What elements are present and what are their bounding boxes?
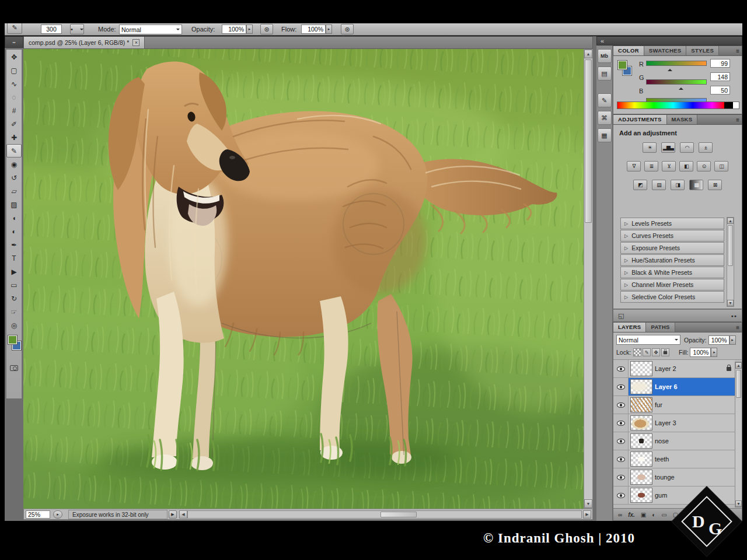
scroll-up-button[interactable]: ▲ <box>584 50 592 58</box>
brush-preset-picker[interactable]: • <box>70 24 84 34</box>
status-options-button[interactable]: ▸ <box>53 510 62 519</box>
color-balance-button[interactable]: ⊻ <box>662 161 676 172</box>
layer-row-layer6[interactable]: Layer 6 <box>613 378 735 396</box>
layer-row-tounge[interactable]: tounge <box>613 468 735 487</box>
opacity-slider-button[interactable]: ▸ <box>246 24 253 34</box>
layer-name[interactable]: Layer 2 <box>655 365 676 372</box>
layer-name[interactable]: tounge <box>655 474 675 481</box>
mini-bridge-button[interactable]: Mb <box>598 49 612 63</box>
preset-hue-saturation[interactable]: ▷Hue/Saturation Presets <box>620 254 724 266</box>
brush-tool[interactable]: ✎ <box>6 144 22 158</box>
histogram-button[interactable]: ▤ <box>598 66 612 80</box>
black-white-button[interactable]: ◧ <box>679 161 693 172</box>
preset-exposure[interactable]: ▷Exposure Presets <box>620 242 724 254</box>
scroll-down-button[interactable]: ▼ <box>584 499 592 508</box>
panel-menu-icon[interactable]: ≡ <box>736 48 739 54</box>
preset-levels[interactable]: ▷Levels Presets <box>620 218 724 229</box>
layer-name[interactable]: gum <box>655 492 667 499</box>
mode-select[interactable]: Normal <box>119 24 182 34</box>
quick-mask-button[interactable] <box>6 361 22 374</box>
zoom-tool[interactable]: ◎ <box>6 318 22 332</box>
tab-styles[interactable]: STYLES <box>686 46 719 55</box>
fg-color-swatch[interactable] <box>618 61 627 69</box>
layer-name[interactable]: Layer 3 <box>655 419 676 426</box>
rectangular-marquee-tool[interactable]: ▢ <box>6 64 22 77</box>
scroll-up-button[interactable]: ▲ <box>727 218 734 224</box>
threshold-button[interactable]: ◨ <box>671 180 685 190</box>
layer-fill-field[interactable]: 100% <box>690 348 711 357</box>
layer-name[interactable]: fur <box>655 401 662 408</box>
gradient-map-button[interactable]: ▩ <box>689 180 703 190</box>
channel-b-value[interactable]: 50 <box>710 86 730 94</box>
clip-to-layer-button[interactable]: ●● <box>731 314 737 318</box>
posterize-button[interactable]: ▤ <box>652 180 666 190</box>
lock-pixels-button[interactable]: ✎ <box>643 348 651 356</box>
status-popup-arrow[interactable]: ▶ <box>169 510 177 519</box>
channel-r-slider[interactable] <box>646 61 707 66</box>
layer-thumbnail[interactable] <box>630 470 652 485</box>
spot-healing-brush-tool[interactable]: ✚ <box>6 131 22 144</box>
photo-filter-button[interactable]: ⊙ <box>697 161 711 172</box>
flow-field[interactable]: 100% <box>301 24 326 34</box>
preset-selective-color[interactable]: ▷Selective Color Presets <box>620 291 724 303</box>
hand-tool[interactable]: ☞ <box>6 305 22 318</box>
opacity-field[interactable]: 100% <box>222 24 246 34</box>
tab-layers[interactable]: LAYERS <box>613 323 646 332</box>
layer-visibility-toggle[interactable] <box>613 432 629 450</box>
channel-g-slider[interactable] <box>646 79 707 85</box>
tab-color[interactable]: COLOR <box>613 46 644 55</box>
canvas-area[interactable] <box>23 49 584 509</box>
channel-g-value[interactable]: 148 <box>710 72 730 81</box>
scroll-down-button[interactable]: ▼ <box>727 300 734 306</box>
link-layers-button[interactable]: ∞ <box>618 512 622 518</box>
curves-button[interactable]: ◠ <box>680 142 694 153</box>
layer-name[interactable]: teeth <box>655 456 669 463</box>
layer-row-layer2[interactable]: Layer 2 <box>613 360 735 378</box>
airbrush-toggle[interactable]: ⊛ <box>260 24 273 34</box>
foreground-color-swatch[interactable] <box>8 335 17 344</box>
layer-visibility-toggle[interactable] <box>613 396 629 414</box>
preset-channel-mixer[interactable]: ▷Channel Mixer Presets <box>620 279 724 290</box>
selective-color-button[interactable]: ⊠ <box>708 180 722 190</box>
brush-size-field[interactable]: 300 <box>41 24 62 34</box>
scrollbar-thumb[interactable] <box>381 512 417 517</box>
lasso-tool[interactable]: ∿ <box>6 77 22 90</box>
hscroll-right-button[interactable]: ▶ <box>583 510 591 519</box>
blur-tool[interactable]: ◖ <box>6 211 22 225</box>
channel-r-value[interactable]: 99 <box>710 59 730 68</box>
panel-menu-icon[interactable]: ≡ <box>736 117 739 123</box>
dodge-tool[interactable]: ◐ <box>6 225 22 238</box>
invert-button[interactable]: ◩ <box>633 180 647 190</box>
move-tool[interactable]: ✥ <box>6 50 22 64</box>
opacity-spinner[interactable]: ▸ <box>729 335 736 345</box>
type-tool[interactable]: T <box>6 251 22 265</box>
layer-visibility-toggle[interactable] <box>613 414 629 432</box>
preset-curves[interactable]: ▷Curves Presets <box>620 230 724 242</box>
lock-transparency-button[interactable] <box>633 348 641 356</box>
lock-all-button[interactable] <box>661 348 669 356</box>
tool-preset-icon[interactable]: ✎ <box>7 23 22 34</box>
scrollbar-thumb[interactable] <box>728 225 733 266</box>
brightness-contrast-button[interactable]: ☀ <box>643 142 657 153</box>
tab-swatches[interactable]: SWATCHES <box>644 46 687 55</box>
layer-visibility-toggle[interactable] <box>613 360 629 377</box>
expanded-view-button[interactable]: ◱ <box>618 312 624 320</box>
doc-vertical-scrollbar[interactable]: ▲ ▼ <box>584 49 593 509</box>
channel-mixer-button[interactable]: ◫ <box>714 161 728 172</box>
brush-presets-button[interactable]: ✎ <box>598 93 612 107</box>
flow-slider-button[interactable]: ▸ <box>326 24 332 34</box>
zoom-field[interactable]: 25% <box>26 510 50 519</box>
vibrance-button[interactable]: ∇ <box>627 161 641 172</box>
layer-visibility-toggle[interactable] <box>613 450 629 468</box>
color-spectrum-ramp[interactable] <box>617 102 739 109</box>
tab-adjustments[interactable]: ADJUSTMENTS <box>613 115 667 124</box>
rotate-view-tool[interactable]: ↻ <box>6 292 22 305</box>
slider-thumb[interactable] <box>679 85 683 90</box>
layer-thumbnail[interactable] <box>630 397 652 412</box>
layer-thumbnail[interactable] <box>630 379 652 394</box>
document-tab[interactable]: comp.psd @ 25% (Layer 6, RGB/8) * × <box>24 37 145 48</box>
clone-source-button[interactable]: ▦ <box>598 128 612 142</box>
presets-scrollbar[interactable]: ▲ ▼ <box>727 217 734 307</box>
layer-name[interactable]: Layer 6 <box>655 383 678 390</box>
panel-menu-icon[interactable]: ≡ <box>736 324 739 331</box>
